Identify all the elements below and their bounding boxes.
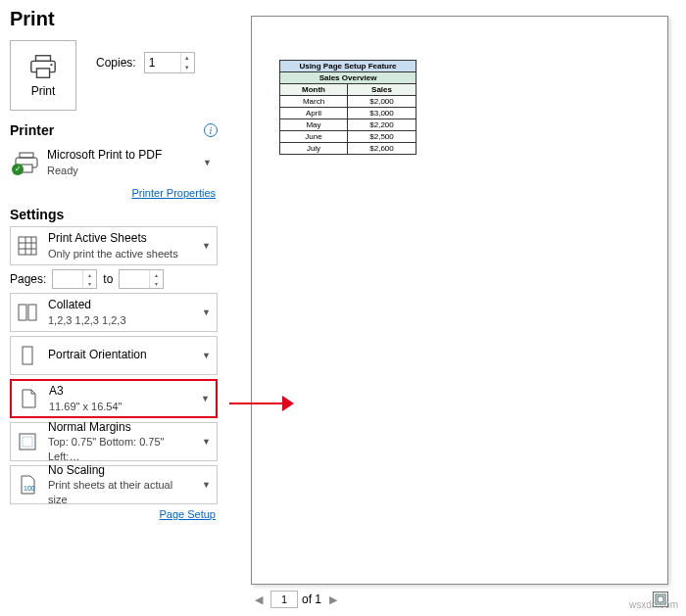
- margins-icon: [15, 431, 40, 452]
- margins-title: Normal Margins: [48, 420, 192, 436]
- paper-size-selector[interactable]: A3 11.69" x 16.54" ▼: [10, 379, 218, 418]
- scaling-sub: Print sheets at their actual size: [48, 478, 192, 506]
- paper-title: A3: [49, 384, 191, 400]
- chevron-down-icon: ▼: [200, 437, 213, 447]
- prev-page-button[interactable]: ◀: [251, 593, 267, 606]
- printer-selector[interactable]: ✓ Microsoft Print to PDF Ready ▼: [10, 142, 218, 183]
- print-what-sub: Only print the active sheets: [48, 247, 192, 261]
- page-title: Print: [10, 8, 218, 30]
- svg-text:100: 100: [24, 485, 35, 492]
- printer-status: Ready: [47, 164, 193, 177]
- chevron-down-icon: ▼: [199, 394, 212, 403]
- copies-spinner[interactable]: ▴ ▾: [144, 52, 195, 73]
- svg-rect-16: [23, 437, 32, 447]
- copies-down[interactable]: ▾: [181, 63, 194, 72]
- chevron-down-icon: ▼: [200, 480, 213, 490]
- scaling-title: No Scaling: [48, 463, 192, 479]
- table-row: June$2,500: [280, 131, 416, 143]
- watermark: wsxdn.com: [629, 599, 678, 610]
- svg-rect-12: [19, 305, 26, 320]
- print-preview: Using Page Setup Feature Sales Overview …: [251, 16, 668, 585]
- sheets-icon: [15, 235, 40, 257]
- orientation-selector[interactable]: Portrait Orientation ▼: [10, 336, 218, 375]
- pages-to-spinner[interactable]: ▴▾: [119, 269, 164, 289]
- page-of-label: of 1: [302, 592, 321, 606]
- table-row: May$2,200: [280, 119, 416, 131]
- page-number-input[interactable]: [270, 591, 298, 608]
- preview-title1: Using Page Setup Feature: [280, 61, 416, 72]
- svg-rect-15: [20, 434, 35, 450]
- pages-from-down[interactable]: ▾: [83, 279, 96, 288]
- print-what-title: Print Active Sheets: [48, 231, 192, 247]
- svg-rect-13: [28, 305, 36, 320]
- svg-point-3: [50, 64, 52, 66]
- svg-rect-4: [20, 153, 33, 158]
- print-what-selector[interactable]: Print Active Sheets Only print the activ…: [10, 226, 218, 265]
- page-icon: [16, 388, 41, 409]
- paper-sub: 11.69" x 16.54": [49, 400, 191, 413]
- svg-rect-0: [36, 56, 51, 62]
- pages-to-input[interactable]: [120, 270, 149, 288]
- pages-to-down[interactable]: ▾: [150, 279, 163, 288]
- svg-rect-14: [23, 347, 32, 364]
- pages-to-up[interactable]: ▴: [150, 270, 163, 279]
- print-button[interactable]: Print: [10, 40, 76, 111]
- next-page-button[interactable]: ▶: [325, 593, 341, 606]
- collate-icon: [15, 302, 40, 323]
- chevron-down-icon: ▼: [200, 351, 213, 360]
- table-row: April$3,000: [280, 108, 416, 119]
- printer-name: Microsoft Print to PDF: [47, 148, 193, 164]
- collate-title: Collated: [48, 298, 192, 313]
- collate-sub: 1,2,3 1,2,3 1,2,3: [48, 313, 192, 327]
- pages-from-up[interactable]: ▴: [83, 270, 96, 279]
- scaling-icon: 100: [15, 474, 40, 496]
- copies-label: Copies:: [96, 56, 136, 70]
- printer-heading: Printer: [10, 122, 54, 138]
- copies-up[interactable]: ▴: [181, 53, 194, 63]
- orientation-title: Portrait Orientation: [48, 348, 192, 363]
- table-row: July$2,600: [280, 143, 416, 155]
- settings-heading: Settings: [10, 207, 64, 222]
- svg-rect-2: [36, 69, 49, 77]
- printer-status-icon: ✓: [14, 152, 39, 173]
- info-icon[interactable]: i: [204, 123, 218, 137]
- svg-rect-7: [19, 237, 36, 255]
- printer-properties-link[interactable]: Printer Properties: [12, 187, 216, 199]
- pages-to-label: to: [103, 272, 113, 286]
- copies-input[interactable]: [145, 56, 180, 70]
- check-icon: ✓: [12, 164, 24, 175]
- pages-from-spinner[interactable]: ▴▾: [52, 269, 97, 289]
- table-row: March$2,000: [280, 96, 416, 108]
- pages-from-input[interactable]: [53, 270, 82, 288]
- portrait-icon: [15, 345, 40, 366]
- margins-sub: Top: 0.75" Bottom: 0.75" Left:…: [48, 435, 192, 463]
- print-button-label: Print: [31, 84, 56, 98]
- chevron-down-icon: ▼: [200, 308, 213, 317]
- chevron-down-icon: ▼: [200, 241, 213, 251]
- pages-label: Pages:: [10, 272, 46, 286]
- preview-table: Using Page Setup Feature Sales Overview …: [279, 60, 416, 155]
- collate-selector[interactable]: Collated 1,2,3 1,2,3 1,2,3 ▼: [10, 293, 218, 332]
- printer-icon: [28, 53, 58, 80]
- margins-selector[interactable]: Normal Margins Top: 0.75" Bottom: 0.75" …: [10, 422, 218, 461]
- callout-arrow: [229, 396, 294, 411]
- chevron-down-icon: ▼: [201, 158, 214, 167]
- page-setup-link[interactable]: Page Setup: [12, 508, 216, 520]
- scaling-selector[interactable]: 100 No Scaling Print sheets at their act…: [10, 465, 218, 504]
- preview-title2: Sales Overview: [280, 72, 416, 84]
